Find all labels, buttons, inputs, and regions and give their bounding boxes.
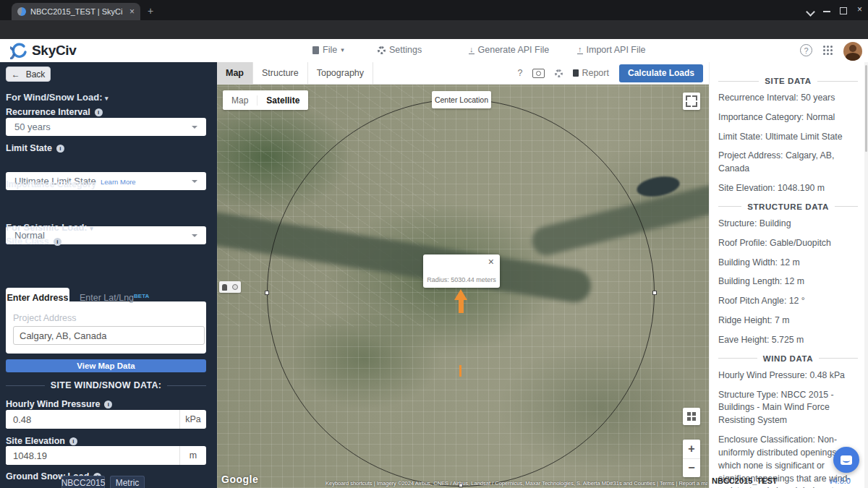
section-title: WIND DATA	[763, 354, 814, 363]
report-button[interactable]: Report	[573, 68, 609, 78]
tab-close-icon[interactable]: ×	[129, 7, 135, 17]
data-row: Ridge Height: 7 m	[718, 314, 858, 328]
tab-enter-latlng[interactable]: Enter Lat/LngBETA	[80, 293, 149, 307]
info-icon[interactable]: i	[56, 145, 64, 153]
menu-import-api[interactable]: ↑ Import API File	[577, 45, 645, 55]
circle-tool-icon[interactable]	[232, 284, 238, 290]
radius-tooltip: × Radius: 5030.44 meters	[423, 254, 500, 288]
data-row: Structure: Building	[718, 218, 858, 231]
window-minimize-icon[interactable]	[823, 11, 830, 12]
chevron-down-icon: ▾	[341, 46, 344, 53]
screenshot-icon[interactable]	[532, 69, 545, 78]
browser-tab[interactable]: NBCC2015_TEST | SkyCi ×	[12, 3, 140, 20]
download-icon: ↓	[469, 46, 475, 54]
address-tabs: Enter Address Enter Lat/LngBETA	[6, 288, 206, 307]
radius-value-text: Radius: 5030.44 meters	[423, 276, 500, 283]
satellite-map[interactable]: Map Satellite Center Location × Radius: …	[217, 85, 709, 488]
window-restore-icon[interactable]	[840, 7, 847, 14]
calculate-loads-button[interactable]: Calculate Loads	[619, 64, 703, 82]
menu-generate-label: Generate API File	[478, 45, 550, 55]
user-avatar[interactable]	[843, 42, 862, 61]
footer-version[interactable]: v4.8.0	[829, 476, 851, 485]
limit-state-label: Limit Statei	[6, 143, 206, 153]
site-class-label: Site Classi	[6, 236, 206, 247]
marker-arrow-head	[454, 289, 467, 300]
apps-grid-icon[interactable]	[823, 46, 833, 55]
circle-handle-east[interactable]	[652, 291, 657, 295]
unit-system-button[interactable]: Metric	[110, 476, 145, 488]
info-icon[interactable]: i	[69, 437, 77, 445]
section-title: STRUCTURE DATA	[747, 202, 829, 211]
zoom-in-button[interactable]: +	[683, 440, 700, 459]
view-map-data-button[interactable]: View Map Data	[6, 359, 206, 372]
info-icon[interactable]: i	[54, 238, 61, 246]
browser-tabstrip: NBCC2015_TEST | SkyCi × + ×	[0, 0, 868, 20]
center-location-button[interactable]: Center Location	[432, 91, 491, 108]
circle-handle-west[interactable]	[265, 291, 269, 295]
back-label: Back	[26, 69, 46, 80]
menu-generate-api[interactable]: ↓ Generate API File	[469, 45, 549, 55]
map-settings-gear-icon[interactable]	[555, 69, 563, 77]
address-card: Project Address	[6, 307, 206, 354]
data-row: Eave Height: 5.725 m	[718, 334, 858, 347]
map-type-satellite[interactable]: Satellite	[257, 95, 308, 106]
data-row: Roof Profile: Gable/Duopitch	[718, 237, 858, 250]
pan-hand-icon[interactable]	[222, 284, 227, 291]
toolbar-help-button[interactable]: ?	[517, 68, 522, 78]
importance-category-label: Importance Category Learn More	[6, 179, 206, 189]
site-elevation-label: Site Elevationi	[6, 436, 206, 446]
tab-title: NBCC2015_TEST | SkyCi	[30, 7, 125, 16]
hourly-wind-pressure-unit: kPa	[180, 410, 206, 429]
draw-tools-bar	[219, 281, 241, 293]
info-icon[interactable]: i	[104, 401, 112, 408]
data-row: Limit State: Ultimate Limit State	[718, 131, 858, 144]
tab-structure[interactable]: Structure	[253, 62, 308, 84]
back-arrow-icon: ←	[12, 69, 20, 80]
ground-snow-load-label: Ground Snow Loadi	[6, 471, 206, 481]
back-button[interactable]: ← Back	[6, 67, 51, 82]
tooltip-close-icon[interactable]: ×	[488, 256, 494, 267]
recurrence-interval-value: 50 years	[14, 121, 51, 132]
window-close-icon[interactable]: ×	[857, 4, 862, 14]
window-menu-chevron-icon[interactable]	[807, 9, 814, 15]
tab-map[interactable]: Map	[217, 62, 253, 84]
panel-scrollbar[interactable]	[864, 62, 868, 488]
data-row: Building Length: 12 m	[718, 275, 858, 288]
hourly-wind-pressure-field: kPa	[6, 410, 206, 429]
learn-more-link[interactable]: Learn More	[101, 178, 136, 186]
collapse-caret-icon: ▾	[90, 225, 93, 232]
help-button[interactable]: ?	[800, 44, 812, 56]
map-tiles-button[interactable]	[683, 408, 700, 425]
tab-enter-address[interactable]: Enter Address	[6, 288, 69, 307]
tab-topography[interactable]: Topography	[308, 62, 373, 84]
chat-icon	[841, 455, 852, 465]
site-elevation-input[interactable]	[6, 446, 180, 465]
info-icon[interactable]: i	[95, 108, 103, 116]
menu-settings[interactable]: Settings	[378, 45, 422, 55]
menu-import-label: Import API File	[587, 45, 646, 55]
hourly-wind-pressure-input[interactable]	[6, 410, 180, 429]
map-type-map[interactable]: Map	[223, 95, 257, 106]
fullscreen-button[interactable]	[683, 93, 700, 110]
upload-icon: ↑	[577, 46, 583, 54]
google-logo: Google	[221, 474, 258, 485]
recurrence-interval-select[interactable]: 50 years	[6, 118, 206, 136]
marker-arrow-tail	[459, 300, 464, 313]
skyciv-logo-icon	[10, 42, 27, 59]
section-header: SITE DATA	[718, 77, 858, 85]
skyciv-logo[interactable]: SkyCiv	[10, 42, 77, 59]
menu-file-label: File	[323, 45, 337, 55]
project-address-input[interactable]	[13, 326, 205, 345]
marker-line	[459, 365, 461, 377]
menu-file[interactable]: File ▾	[312, 45, 344, 55]
gear-icon	[378, 46, 386, 54]
seismic-heading[interactable]: For Seismic Load: ▾	[6, 222, 206, 233]
wind-snow-heading[interactable]: For Wind/Snow Load: ▾	[6, 92, 206, 103]
map-attribution[interactable]: Keyboard shortcuts | Imagery ©2024 Airbu…	[326, 480, 707, 487]
center-marker-arrow[interactable]	[454, 289, 467, 314]
new-tab-button[interactable]: +	[148, 6, 153, 16]
report-file-icon	[573, 69, 579, 77]
zoom-out-button[interactable]: −	[683, 459, 700, 478]
design-code-button[interactable]: NBCC2015	[61, 476, 105, 488]
chat-bubble-button[interactable]	[833, 447, 859, 473]
